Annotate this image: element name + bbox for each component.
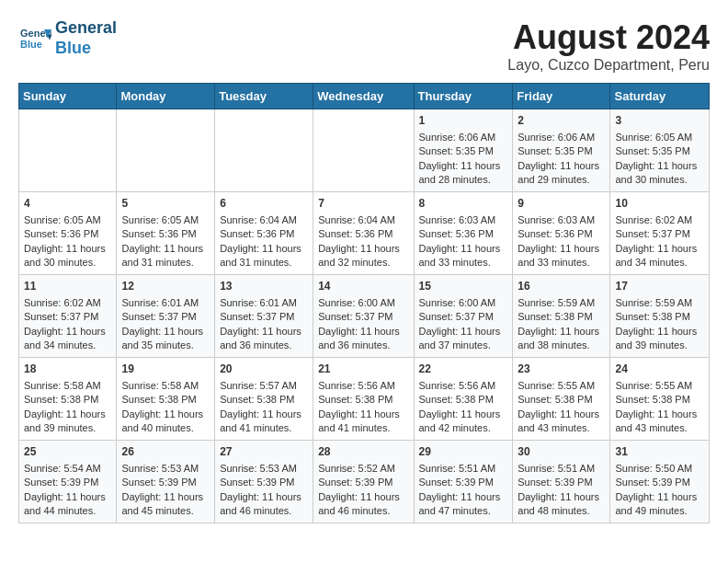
day-info: Sunrise: 6:05 AM [121, 213, 210, 227]
day-info: Daylight: 11 hours [24, 408, 111, 421]
day-info: and 30 minutes. [615, 173, 704, 187]
calendar-cell: 10Sunrise: 6:02 AMSunset: 5:37 PMDayligh… [610, 192, 710, 275]
title-area: August 2024 Layo, Cuzco Department, Peru [507, 18, 710, 74]
day-info: Daylight: 11 hours [24, 325, 111, 339]
day-info: Sunrise: 6:03 AM [419, 213, 508, 227]
day-info: Daylight: 11 hours [318, 242, 408, 256]
day-number: 29 [419, 444, 508, 460]
calendar-cell: 19Sunrise: 5:58 AMSunset: 5:38 PMDayligh… [117, 358, 215, 441]
day-info: and 40 minutes. [121, 421, 210, 435]
day-info: Daylight: 11 hours [121, 242, 210, 256]
day-info: Sunrise: 6:00 AM [318, 296, 408, 310]
day-number: 12 [121, 279, 210, 294]
day-info: Sunset: 5:38 PM [220, 393, 308, 407]
day-info: Daylight: 11 hours [318, 490, 408, 504]
day-info: Sunset: 5:35 PM [419, 144, 508, 158]
day-info: Sunset: 5:36 PM [121, 227, 210, 241]
day-info: Sunset: 5:37 PM [121, 310, 210, 324]
day-header-saturday: Saturday [610, 84, 710, 109]
day-info: and 43 minutes. [615, 421, 704, 435]
calendar-cell: 15Sunrise: 6:00 AMSunset: 5:37 PMDayligh… [414, 275, 513, 358]
day-info: and 37 minutes. [419, 339, 508, 352]
calendar-cell: 14Sunrise: 6:00 AMSunset: 5:37 PMDayligh… [313, 275, 414, 358]
day-number: 20 [220, 362, 308, 377]
day-number: 22 [419, 362, 508, 377]
day-info: Daylight: 11 hours [220, 408, 308, 421]
day-info: and 34 minutes. [615, 256, 704, 270]
calendar-cell: 18Sunrise: 5:58 AMSunset: 5:38 PMDayligh… [19, 358, 117, 441]
day-info: and 49 minutes. [615, 504, 704, 518]
calendar-cell: 30Sunrise: 5:51 AMSunset: 5:39 PMDayligh… [513, 441, 610, 523]
day-info: and 33 minutes. [518, 256, 605, 270]
day-number: 10 [615, 196, 704, 212]
day-number: 6 [220, 196, 308, 212]
day-info: Sunrise: 6:04 AM [220, 213, 308, 227]
day-info: Sunrise: 5:59 AM [615, 296, 704, 310]
day-number: 13 [220, 279, 308, 294]
day-info: Sunrise: 6:02 AM [24, 296, 111, 310]
day-number: 23 [518, 362, 605, 377]
day-info: Sunrise: 5:51 AM [419, 462, 508, 476]
day-info: Daylight: 11 hours [518, 159, 605, 173]
day-info: Sunset: 5:39 PM [419, 476, 508, 489]
day-info: Sunset: 5:38 PM [518, 393, 605, 407]
calendar-cell: 24Sunrise: 5:55 AMSunset: 5:38 PMDayligh… [610, 358, 710, 441]
calendar-cell: 9Sunrise: 6:03 AMSunset: 5:36 PMDaylight… [513, 192, 610, 275]
day-header-sunday: Sunday [19, 84, 117, 109]
day-info: and 35 minutes. [121, 339, 210, 352]
day-info: and 32 minutes. [318, 256, 408, 270]
calendar-cell: 26Sunrise: 5:53 AMSunset: 5:39 PMDayligh… [117, 441, 215, 523]
day-info: Daylight: 11 hours [24, 490, 111, 504]
day-info: Daylight: 11 hours [615, 408, 704, 421]
day-info: Sunset: 5:38 PM [615, 310, 704, 324]
day-info: Sunrise: 5:55 AM [518, 379, 605, 393]
day-info: Sunrise: 5:54 AM [24, 462, 111, 476]
day-header-monday: Monday [117, 84, 215, 109]
calendar-cell: 1Sunrise: 6:06 AMSunset: 5:35 PMDaylight… [414, 109, 513, 192]
day-info: Sunset: 5:38 PM [24, 393, 111, 407]
day-info: Sunset: 5:37 PM [24, 310, 111, 324]
calendar-week-row: 25Sunrise: 5:54 AMSunset: 5:39 PMDayligh… [19, 441, 710, 523]
page-title: August 2024 [507, 18, 710, 57]
calendar-week-row: 1Sunrise: 6:06 AMSunset: 5:35 PMDaylight… [19, 109, 710, 192]
page-subtitle: Layo, Cuzco Department, Peru [507, 57, 710, 74]
day-info: Daylight: 11 hours [419, 242, 508, 256]
day-info: Sunset: 5:39 PM [121, 476, 210, 489]
day-header-friday: Friday [513, 84, 610, 109]
day-info: Sunrise: 5:58 AM [24, 379, 111, 393]
day-info: Daylight: 11 hours [419, 159, 508, 173]
day-info: Sunrise: 6:06 AM [419, 131, 508, 144]
calendar-table: SundayMondayTuesdayWednesdayThursdayFrid… [18, 83, 710, 523]
day-info: and 47 minutes. [419, 504, 508, 518]
day-info: Sunset: 5:35 PM [615, 144, 704, 158]
day-number: 11 [24, 279, 111, 294]
day-number: 3 [615, 113, 704, 129]
day-info: Sunset: 5:36 PM [318, 227, 408, 241]
day-number: 5 [121, 196, 210, 212]
day-info: Sunrise: 6:05 AM [615, 131, 704, 144]
calendar-cell: 23Sunrise: 5:55 AMSunset: 5:38 PMDayligh… [513, 358, 610, 441]
day-info: and 42 minutes. [419, 421, 508, 435]
day-number: 2 [518, 113, 605, 129]
calendar-cell: 28Sunrise: 5:52 AMSunset: 5:39 PMDayligh… [313, 441, 414, 523]
day-info: and 36 minutes. [220, 339, 308, 352]
day-info: and 44 minutes. [24, 504, 111, 518]
day-header-wednesday: Wednesday [313, 84, 414, 109]
day-info: Daylight: 11 hours [419, 408, 508, 421]
day-info: and 48 minutes. [518, 504, 605, 518]
day-info: Daylight: 11 hours [419, 490, 508, 504]
day-info: Sunset: 5:35 PM [518, 144, 605, 158]
calendar-cell: 13Sunrise: 6:01 AMSunset: 5:37 PMDayligh… [215, 275, 313, 358]
day-info: Sunrise: 6:03 AM [518, 213, 605, 227]
day-info: Sunset: 5:39 PM [615, 476, 704, 489]
day-info: Sunrise: 5:50 AM [615, 462, 704, 476]
day-info: Sunrise: 5:59 AM [518, 296, 605, 310]
day-info: Daylight: 11 hours [518, 408, 605, 421]
day-info: Daylight: 11 hours [615, 159, 704, 173]
day-info: Daylight: 11 hours [318, 325, 408, 339]
day-info: Daylight: 11 hours [121, 408, 210, 421]
day-info: Daylight: 11 hours [121, 325, 210, 339]
day-number: 4 [24, 196, 111, 212]
calendar-cell: 29Sunrise: 5:51 AMSunset: 5:39 PMDayligh… [414, 441, 513, 523]
day-info: Sunset: 5:36 PM [220, 227, 308, 241]
